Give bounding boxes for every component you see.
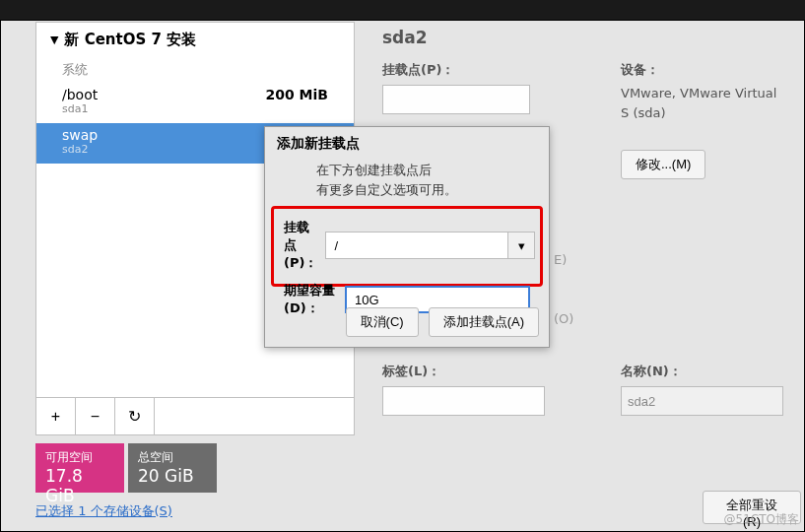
total-value: 20 GiB [138, 466, 207, 486]
chevron-down-icon: ▾ [518, 238, 525, 253]
dialog-buttons: 取消(C) 添加挂载点(A) [346, 307, 539, 337]
cancel-button[interactable]: 取消(C) [346, 307, 419, 337]
add-mount-point-button[interactable]: 添加挂载点(A) [429, 307, 539, 337]
name-label: 名称(N)： [621, 363, 783, 380]
mount-point-label: 挂载点(P)： [382, 61, 530, 79]
chevron-down-icon: ▼ [50, 33, 58, 46]
label-label: 标签(L)： [382, 363, 545, 380]
total-label: 总空间 [138, 449, 207, 466]
selected-devices-link[interactable]: 已选择 1 个存储设备(S) [35, 502, 172, 520]
device-label: 设备： [621, 61, 659, 79]
section-system: 系统 [36, 57, 354, 83]
available-space-box: 可用空间 17.8 GiB [35, 443, 124, 493]
install-header[interactable]: ▼ 新 CentOS 7 安装 [36, 23, 354, 57]
mount-point-group: 挂载点(P)： [382, 61, 530, 114]
modify-device-button[interactable]: 修改...(M) [621, 150, 705, 179]
mount-row: 挂载点(P)： ▾ [284, 219, 530, 272]
combo-dropdown-button[interactable]: ▾ [507, 232, 535, 259]
mount-name: /boot [62, 87, 98, 102]
options-hint: (O) [554, 311, 573, 326]
reload-button[interactable]: ↻ [115, 398, 155, 434]
device-name: sda2 [62, 143, 98, 156]
partition-size: 200 MiB [266, 87, 329, 102]
fstype-hint: E) [554, 252, 567, 267]
device-text: VMware, VMware Virtual S (sda) [621, 84, 788, 122]
name-group: 名称(N)： [621, 363, 783, 416]
avail-value: 17.8 GiB [45, 466, 114, 505]
mount-point-combo-input[interactable] [325, 232, 507, 259]
dialog-description: 在下方创建挂载点后 有更多自定义选项可用。 [265, 161, 549, 205]
partition-row-boot[interactable]: /boot sda1 200 MiB [36, 83, 354, 123]
detail-title: sda2 [382, 28, 428, 47]
partition-toolbar: + − ↻ [36, 397, 354, 434]
add-mount-point-dialog: 添加新挂载点 在下方创建挂载点后 有更多自定义选项可用。 挂载点(P)： ▾ 期… [264, 126, 550, 348]
avail-label: 可用空间 [45, 449, 114, 466]
add-partition-button[interactable]: + [36, 398, 76, 434]
mount-name: swap [62, 127, 98, 143]
mount-point-input[interactable] [382, 85, 530, 114]
watermark: @51CTO博客 [724, 511, 799, 528]
dialog-mount-label: 挂载点(P)： [284, 219, 317, 272]
highlight-box: 挂载点(P)： ▾ 期望容量(D)： [271, 206, 543, 287]
window-titlebar [0, 0, 805, 20]
device-group: 设备： [621, 61, 659, 85]
remove-partition-button[interactable]: − [76, 398, 115, 434]
install-title: 新 CentOS 7 安装 [64, 31, 196, 49]
device-name: sda1 [62, 102, 98, 115]
name-input [621, 386, 783, 416]
dialog-capacity-label: 期望容量(D)： [284, 282, 337, 317]
total-space-box: 总空间 20 GiB [128, 443, 217, 493]
label-group: 标签(L)： [382, 363, 545, 416]
label-input[interactable] [382, 386, 545, 416]
mount-point-combo[interactable]: ▾ [325, 232, 535, 259]
dialog-title: 添加新挂载点 [265, 127, 549, 161]
